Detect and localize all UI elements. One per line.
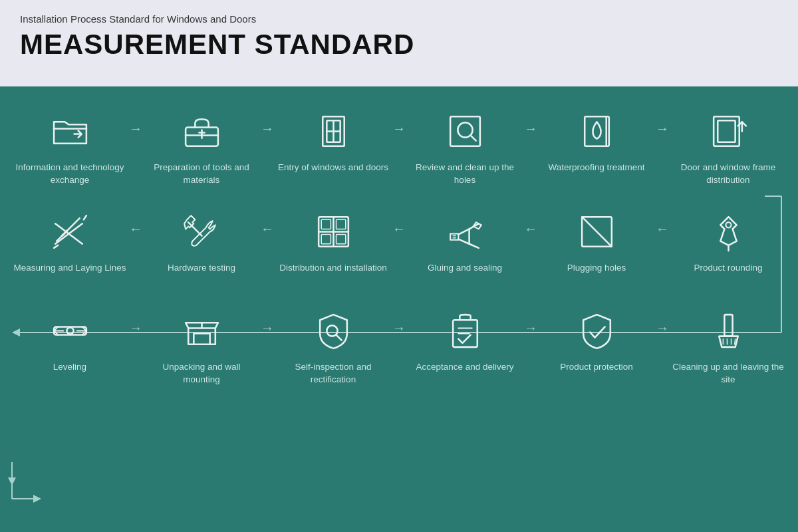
step-entry-windows: Entry of windows and doors xyxy=(277,106,390,186)
svg-marker-8 xyxy=(33,495,41,503)
step-distribution: Distribution and installation xyxy=(277,207,390,286)
step-waterproofing-label: Waterproofing treatment xyxy=(548,162,644,186)
step-acceptance-label: Acceptance and delivery xyxy=(416,361,513,385)
step-plugging: Plugging holes xyxy=(540,207,653,286)
svg-line-30 xyxy=(83,215,86,219)
svg-marker-5 xyxy=(8,477,16,485)
step-measuring: Measuring and Laying Lines xyxy=(13,207,126,286)
svg-rect-59 xyxy=(724,315,732,336)
svg-point-45 xyxy=(726,222,731,227)
step-info-exchange: Information and technology exchange xyxy=(13,106,126,187)
step-rounding: Product rounding xyxy=(672,207,785,286)
step-unpacking-label: Unpacking and wall mounting xyxy=(145,361,258,386)
step-frame-dist: Door and window frame distribution xyxy=(672,106,785,187)
step-entry-windows-label: Entry of windows and doors xyxy=(278,162,388,186)
svg-rect-22 xyxy=(585,116,609,146)
step-preparation: Preparation of tools and materials xyxy=(145,106,258,187)
header-title: MEASUREMENT STANDARD xyxy=(20,29,778,61)
svg-line-21 xyxy=(470,136,475,141)
step-leveling: Leveling xyxy=(13,306,126,385)
step-preparation-label: Preparation of tools and materials xyxy=(145,162,258,187)
step-cleanup-label: Cleaning up and leaving the site xyxy=(672,361,785,386)
step-rounding-label: Product rounding xyxy=(694,262,763,286)
svg-rect-37 xyxy=(321,219,331,229)
step-protection: Product protection xyxy=(540,306,653,385)
step-acceptance: Acceptance and delivery xyxy=(408,306,521,385)
step-review-holes: Review and clean up the holes xyxy=(408,106,521,187)
step-hardware: Hardware testing xyxy=(145,207,258,286)
svg-line-33 xyxy=(188,222,201,235)
row1: Information and technology exchange → Pr… xyxy=(13,106,785,187)
svg-rect-38 xyxy=(336,219,345,229)
step-protection-label: Product protection xyxy=(560,361,633,385)
step-hardware-label: Hardware testing xyxy=(168,262,235,286)
step-frame-dist-label: Door and window frame distribution xyxy=(672,162,785,187)
svg-rect-19 xyxy=(450,116,480,146)
step-measuring-label: Measuring and Laying Lines xyxy=(14,262,126,286)
header: Installation Process Standard for Window… xyxy=(0,0,798,86)
svg-point-47 xyxy=(66,327,73,334)
row2: Measuring and Laying Lines ← Hardware te… xyxy=(13,207,785,286)
step-info-exchange-label: Information and technology exchange xyxy=(13,162,126,187)
header-subtitle: Installation Process Standard for Window… xyxy=(20,13,778,25)
row3: Leveling → Unpacking and wall mounting → xyxy=(13,306,785,386)
main-content: Information and technology exchange → Pr… xyxy=(0,86,798,532)
svg-line-43 xyxy=(582,217,612,247)
step-distribution-label: Distribution and installation xyxy=(279,262,386,286)
step-leveling-label: Leveling xyxy=(53,361,86,385)
step-gluing: Gluing and sealing xyxy=(408,207,521,286)
step-waterproofing: Waterproofing treatment xyxy=(540,106,653,186)
step-gluing-label: Gluing and sealing xyxy=(428,262,502,286)
svg-line-55 xyxy=(336,334,341,340)
svg-rect-40 xyxy=(336,234,345,243)
step-unpacking: Unpacking and wall mounting xyxy=(145,306,258,386)
step-review-holes-label: Review and clean up the holes xyxy=(408,162,521,187)
svg-line-63 xyxy=(734,338,735,344)
step-self-inspect: Self-inspection and rectification xyxy=(277,306,390,386)
step-self-inspect-label: Self-inspection and rectification xyxy=(277,361,390,386)
svg-rect-39 xyxy=(321,234,331,243)
svg-line-29 xyxy=(54,245,58,248)
svg-rect-25 xyxy=(718,120,735,142)
step-cleanup: Cleaning up and leaving the site xyxy=(672,306,785,386)
step-plugging-label: Plugging holes xyxy=(567,262,626,286)
